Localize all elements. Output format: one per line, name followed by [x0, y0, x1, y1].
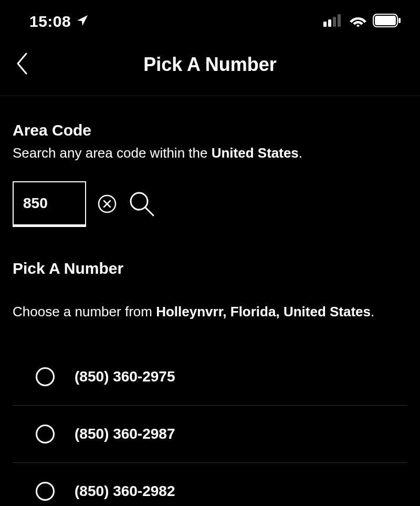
pick-number-description: Choose a number from Holleynvrr, Florida… — [13, 304, 407, 320]
number-option[interactable]: (850) 360-2975 — [13, 367, 407, 406]
svg-line-9 — [145, 208, 153, 215]
status-left: 15:08 — [29, 13, 89, 30]
number-option[interactable]: (850) 360-2987 — [13, 406, 407, 463]
pick-number-section: Pick A Number Choose a number from Holle… — [13, 260, 407, 506]
back-button[interactable] — [15, 51, 29, 78]
page-title: Pick A Number — [15, 54, 405, 76]
status-bar: 15:08 — [0, 0, 420, 38]
number-option[interactable]: (850) 360-2982 — [13, 463, 407, 506]
search-button[interactable] — [128, 190, 155, 218]
pick-number-heading: Pick A Number — [13, 260, 407, 277]
close-circle-icon — [98, 194, 117, 213]
number-option-label: (850) 360-2975 — [75, 368, 175, 385]
area-code-desc-prefix: Search any area code within the — [13, 145, 212, 161]
radio-circle-icon — [36, 482, 55, 501]
svg-rect-5 — [375, 16, 396, 25]
nav-header: Pick A Number — [0, 38, 420, 96]
content: Area Code Search any area code within th… — [0, 96, 420, 506]
area-code-input[interactable] — [13, 181, 86, 227]
search-icon — [128, 190, 155, 218]
status-right — [323, 14, 401, 29]
number-option-label: (850) 360-2982 — [75, 483, 175, 500]
number-list: (850) 360-2975 (850) 360-2987 (850) 360-… — [13, 367, 407, 506]
clear-button[interactable] — [98, 194, 117, 213]
number-option-label: (850) 360-2987 — [75, 426, 175, 442]
cellular-signal-icon — [323, 14, 343, 29]
area-code-desc-bold: United States — [212, 145, 299, 161]
svg-rect-3 — [338, 14, 341, 27]
wifi-icon — [350, 14, 366, 29]
location-arrow-icon — [76, 14, 89, 29]
area-code-description: Search any area code within the United S… — [13, 144, 407, 162]
area-code-section: Area Code Search any area code within th… — [13, 121, 407, 227]
radio-circle-icon — [36, 367, 55, 386]
area-code-heading: Area Code — [13, 121, 407, 139]
status-time: 15:08 — [29, 13, 71, 30]
svg-rect-6 — [398, 18, 401, 23]
pick-desc-bold: Holleynvrr, Florida, United States — [156, 304, 371, 319]
area-code-desc-suffix: . — [299, 145, 302, 161]
svg-rect-0 — [323, 22, 327, 27]
search-row — [13, 181, 407, 227]
chevron-left-icon — [15, 51, 29, 76]
pick-desc-prefix: Choose a number from — [13, 304, 156, 319]
svg-rect-1 — [328, 19, 331, 27]
battery-icon — [373, 14, 401, 29]
radio-circle-icon — [36, 425, 55, 443]
pick-desc-suffix: . — [371, 304, 374, 319]
svg-rect-2 — [333, 17, 336, 27]
